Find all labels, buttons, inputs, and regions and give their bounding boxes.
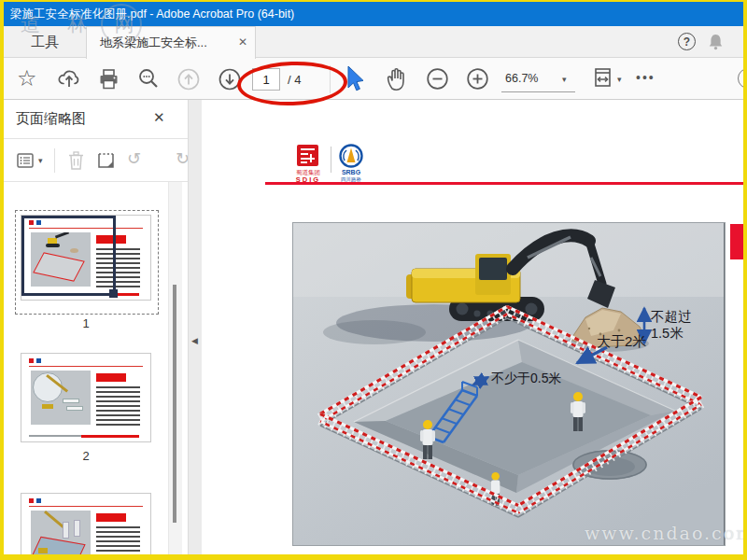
search-icon[interactable]	[136, 66, 162, 91]
resize-pages-icon[interactable]	[95, 148, 118, 173]
page-total-label: / 4	[288, 73, 301, 87]
thumbnails-toolbar: ▾ ↺ ↻	[4, 139, 188, 182]
logo-separator	[331, 147, 331, 173]
mini-image-3	[31, 511, 91, 554]
help-icon[interactable]: ?	[678, 33, 696, 50]
tab-document[interactable]: 地系梁施工安全标... ✕	[86, 26, 256, 59]
title-bar: 梁施工安全标准化图册.pdf - Adobe Acrobat Pro (64-b…	[4, 2, 743, 26]
viewport-resize-handle[interactable]	[109, 289, 118, 298]
thumbnails-panel-header: 页面缩略图 ✕	[4, 100, 188, 139]
window-title: 梁施工安全标准化图册.pdf - Adobe Acrobat Pro (64-b…	[10, 7, 294, 21]
zoom-dropdown-caret-icon[interactable]: ▾	[562, 75, 567, 84]
thumbnail-options-icon[interactable]	[15, 149, 35, 172]
zoom-out-icon[interactable]	[426, 67, 450, 91]
page-header-rule	[265, 182, 743, 185]
srbg-abbr: SRBG	[335, 169, 367, 176]
page-watermark: www.cndao.com	[585, 523, 743, 543]
zoom-level-value[interactable]: 66.7%	[505, 72, 538, 85]
annotation-max-height-line1: 不超过	[651, 309, 692, 324]
annotation-edge-distance: 不少于0.5米	[491, 371, 561, 385]
thumbnails-panel-close-icon[interactable]: ✕	[153, 109, 165, 126]
tab-tools[interactable]: 工具	[4, 26, 86, 58]
page-thumbnail-2[interactable]	[21, 354, 150, 441]
page-label-1: 1	[15, 316, 157, 330]
toolbar-separator	[330, 65, 331, 93]
zoom-underline	[501, 91, 575, 92]
rotate-right-icon: ↻	[176, 148, 188, 169]
srbg-logo	[338, 143, 364, 169]
zoom-in-icon[interactable]	[466, 67, 490, 91]
thumbnail-viewport-rect[interactable]	[21, 216, 116, 296]
thumbnails-panel: 页面缩略图 ✕ ▾	[4, 100, 188, 554]
page-number-input[interactable]: 1	[252, 68, 280, 91]
share-cloud-icon[interactable]	[56, 66, 82, 92]
fit-width-icon[interactable]	[590, 65, 614, 92]
panel-scrollbar-thumb[interactable]	[173, 285, 176, 523]
rotate-left-icon: ↺	[127, 148, 141, 169]
thumbnails-panel-title: 页面缩略图	[16, 110, 86, 128]
panel-toolbar-separator	[54, 148, 55, 173]
previous-page-icon	[176, 67, 202, 92]
tab-document-label: 地系梁施工安全标...	[100, 27, 207, 58]
construction-scene-image: 不超过 1.5米 大于2米 不少于0.5米	[292, 222, 726, 546]
notification-bell-icon[interactable]	[707, 33, 725, 51]
next-page-icon[interactable]	[218, 67, 243, 92]
collapse-panel-icon[interactable]: ◀	[191, 336, 198, 345]
print-icon[interactable]	[96, 67, 121, 91]
mini-image-2	[31, 371, 91, 425]
caption-box-clipped	[730, 224, 743, 259]
select-cursor-icon[interactable]	[342, 64, 368, 93]
sdig-logo	[295, 143, 321, 169]
favorites-star-icon[interactable]: ☆	[17, 65, 37, 91]
panel-scrollbar-track[interactable]	[168, 182, 182, 554]
thumbnails-list: 1 2	[4, 182, 188, 554]
delete-pages-icon	[65, 148, 87, 173]
thumbnail-options-caret-icon[interactable]: ▾	[38, 156, 43, 165]
tab-close-icon[interactable]: ✕	[238, 35, 247, 49]
fit-dropdown-caret-icon[interactable]: ▾	[617, 75, 622, 84]
more-tools-icon[interactable]: •••	[636, 70, 655, 85]
page-thumbnail-3[interactable]	[21, 494, 150, 554]
annotation-max-height-line2: 1.5米	[651, 326, 684, 341]
acrobat-window: 梁施工安全标准化图册.pdf - Adobe Acrobat Pro (64-b…	[0, 0, 747, 560]
page-label-2: 2	[15, 449, 157, 463]
panel-divider[interactable]: ◀	[188, 100, 202, 554]
pdf-page-view: 蜀道集团 SDIG SRBG 四川路桥	[202, 100, 743, 554]
hand-tool-icon[interactable]	[384, 65, 410, 93]
annotation-fence-distance: 大于2米	[597, 333, 646, 349]
